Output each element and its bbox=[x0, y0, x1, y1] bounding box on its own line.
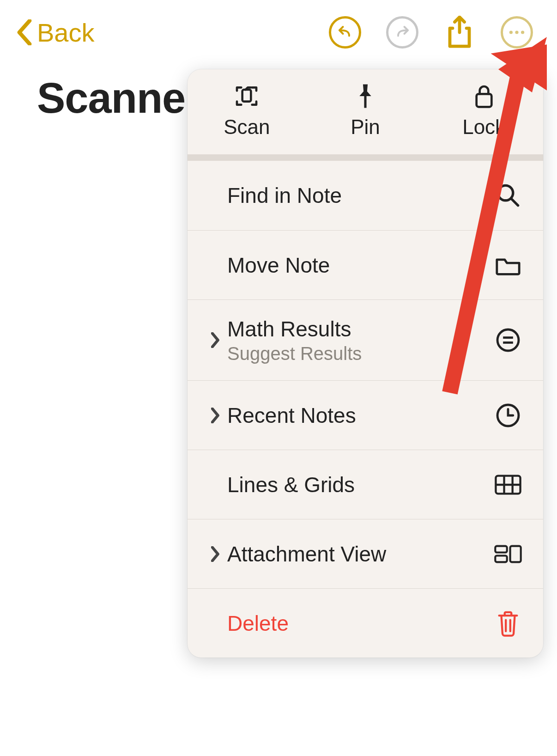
menu-math-results[interactable]: Math Results Suggest Results bbox=[188, 299, 543, 380]
chevron-right-icon bbox=[204, 332, 227, 348]
redo-icon bbox=[394, 24, 411, 41]
menu-row-label: Attachment View bbox=[227, 542, 494, 567]
undo-button[interactable] bbox=[329, 16, 361, 49]
undo-icon bbox=[337, 24, 353, 41]
clock-icon bbox=[494, 402, 522, 429]
menu-delete[interactable]: Delete bbox=[188, 588, 543, 658]
menu-scan[interactable]: Scan bbox=[188, 83, 305, 139]
chevron-right-icon bbox=[204, 546, 227, 562]
menu-find-in-note[interactable]: Find in Note bbox=[188, 161, 543, 230]
menu-attachment-view[interactable]: Attachment View bbox=[188, 519, 543, 588]
lock-icon bbox=[471, 83, 497, 109]
menu-pin-label: Pin bbox=[351, 116, 380, 139]
menu-move-note[interactable]: Move Note bbox=[188, 230, 543, 299]
equals-circle-icon bbox=[494, 326, 522, 354]
svg-rect-18 bbox=[510, 546, 521, 562]
menu-row-label: Find in Note bbox=[227, 183, 494, 208]
share-button[interactable] bbox=[443, 16, 476, 49]
menu-recent-notes[interactable]: Recent Notes bbox=[188, 380, 543, 450]
trash-icon bbox=[494, 610, 522, 637]
chevron-right-icon bbox=[204, 408, 227, 423]
svg-point-1 bbox=[515, 30, 518, 34]
menu-lock-label: Lock bbox=[462, 116, 505, 139]
svg-point-6 bbox=[498, 185, 513, 200]
folder-icon bbox=[494, 251, 522, 279]
menu-lines-grids[interactable]: Lines & Grids bbox=[188, 450, 543, 519]
svg-rect-4 bbox=[364, 96, 366, 108]
menu-top-row: Scan Pin Lock bbox=[188, 69, 543, 154]
pin-icon bbox=[352, 83, 378, 109]
back-label: Back bbox=[37, 18, 95, 48]
menu-row-label: Lines & Grids bbox=[227, 472, 494, 497]
ellipsis-icon bbox=[509, 24, 525, 41]
grid-icon bbox=[494, 471, 522, 499]
menu-row-label: Delete bbox=[227, 611, 494, 636]
svg-rect-5 bbox=[476, 94, 491, 107]
menu-row-label: Recent Notes bbox=[227, 403, 494, 428]
svg-rect-17 bbox=[495, 555, 507, 562]
share-icon bbox=[446, 16, 473, 49]
menu-scan-label: Scan bbox=[224, 116, 270, 139]
svg-point-0 bbox=[509, 30, 513, 34]
menu-row-label: Move Note bbox=[227, 253, 494, 278]
more-button[interactable] bbox=[501, 16, 533, 49]
svg-rect-3 bbox=[242, 90, 251, 102]
scan-icon bbox=[234, 83, 260, 109]
svg-point-2 bbox=[521, 30, 524, 34]
toolbar: Back bbox=[0, 0, 557, 55]
attachment-view-icon bbox=[494, 540, 522, 568]
menu-pin[interactable]: Pin bbox=[307, 83, 424, 139]
more-menu: Scan Pin Lock Find in Note Move Note bbox=[188, 69, 543, 658]
menu-row-subtitle: Suggest Results bbox=[227, 343, 494, 364]
back-button[interactable]: Back bbox=[14, 13, 97, 52]
svg-rect-16 bbox=[495, 546, 507, 552]
svg-line-7 bbox=[512, 199, 518, 206]
menu-lock[interactable]: Lock bbox=[425, 83, 543, 139]
menu-row-label: Math Results bbox=[227, 317, 494, 341]
svg-point-8 bbox=[497, 329, 519, 351]
redo-button[interactable] bbox=[386, 16, 418, 49]
search-icon bbox=[494, 182, 522, 209]
chevron-left-icon bbox=[17, 19, 32, 45]
